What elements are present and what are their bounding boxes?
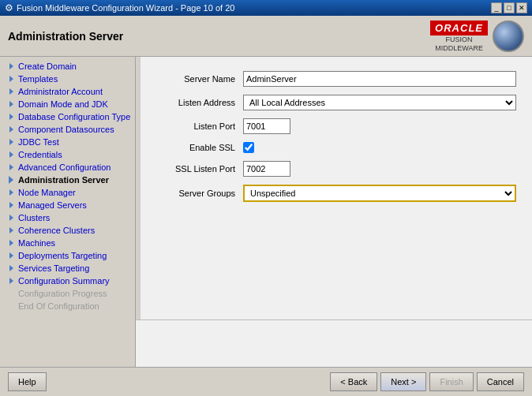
header: Administration Server ORACLE FUSION MIDD… bbox=[0, 16, 532, 57]
page-title: Administration Server bbox=[8, 30, 123, 43]
sidebar-item-end-of-configuration: End Of Configuration bbox=[0, 300, 135, 312]
form-content: Server Name Listen Address All Local Add… bbox=[140, 57, 532, 319]
server-groups-select[interactable]: Unspecified bbox=[243, 185, 516, 202]
title-bar-controls[interactable]: _ □ ✕ bbox=[491, 2, 527, 13]
dot-icon bbox=[6, 301, 16, 311]
title-bar-left: ⚙ Fusion Middleware Configuration Wizard… bbox=[5, 2, 234, 13]
dot-icon bbox=[6, 289, 16, 298]
oracle-logo: ORACLE bbox=[430, 21, 488, 35]
sidebar-item-domain-mode[interactable]: Domain Mode and JDK bbox=[0, 98, 135, 110]
sidebar-item-component-datasources[interactable]: Component Datasources bbox=[0, 123, 135, 136]
button-bar: Help < Back Next > Finish Cancel bbox=[0, 367, 532, 396]
ssl-listen-port-input[interactable] bbox=[243, 161, 290, 177]
globe-icon bbox=[493, 21, 524, 52]
arrow-right-icon bbox=[6, 188, 16, 197]
arrow-right-icon bbox=[6, 200, 16, 210]
window-title: Fusion Middleware Configuration Wizard -… bbox=[17, 3, 234, 13]
app-icon: ⚙ bbox=[5, 2, 13, 13]
arrow-right-icon bbox=[6, 137, 16, 147]
listen-port-row: Listen Port bbox=[156, 118, 516, 134]
sidebar-item-database-config[interactable]: Database Configuration Type bbox=[0, 110, 135, 123]
arrow-right-icon bbox=[6, 263, 16, 273]
sidebar-item-node-manager[interactable]: Node Manager bbox=[0, 186, 135, 199]
enable-ssl-row: Enable SSL bbox=[156, 142, 516, 153]
help-button[interactable]: Help bbox=[8, 372, 47, 391]
server-groups-wrapper: Unspecified bbox=[243, 185, 516, 202]
listen-port-label: Listen Port bbox=[156, 121, 243, 131]
form-bottom-area bbox=[136, 319, 532, 367]
arrow-right-icon bbox=[6, 74, 16, 84]
sidebar-item-advanced-config[interactable]: Advanced Configuration bbox=[0, 161, 135, 174]
sidebar: Create Domain Templates Administrator Ac… bbox=[0, 57, 136, 367]
server-name-input[interactable] bbox=[243, 71, 516, 87]
server-name-row: Server Name bbox=[156, 71, 516, 87]
nav-buttons: < Back Next > Finish Cancel bbox=[330, 372, 524, 391]
form-area: Server Name Listen Address All Local Add… bbox=[136, 57, 532, 367]
listen-port-input[interactable] bbox=[243, 118, 290, 134]
sidebar-item-administrator-account[interactable]: Administrator Account bbox=[0, 85, 135, 98]
arrow-right-icon bbox=[6, 125, 16, 134]
listen-address-label: Listen Address bbox=[156, 98, 243, 107]
oracle-subtitle: FUSION MIDDLEWARE bbox=[430, 35, 488, 53]
content-area: Create Domain Templates Administrator Ac… bbox=[0, 57, 532, 367]
enable-ssl-label: Enable SSL bbox=[156, 143, 243, 152]
arrow-right-icon bbox=[6, 87, 16, 96]
finish-button[interactable]: Finish bbox=[429, 372, 473, 391]
server-groups-row: Server Groups Unspecified bbox=[156, 185, 516, 202]
sidebar-item-configuration-progress: Configuration Progress bbox=[0, 287, 135, 300]
listen-address-row: Listen Address All Local Addresses local… bbox=[156, 95, 516, 110]
arrow-right-icon bbox=[6, 112, 16, 121]
arrow-right-icon bbox=[6, 150, 16, 159]
sidebar-item-jdbc-test[interactable]: JDBC Test bbox=[0, 136, 135, 148]
sidebar-item-templates[interactable]: Templates bbox=[0, 73, 135, 85]
main-window: Administration Server ORACLE FUSION MIDD… bbox=[0, 16, 532, 396]
sidebar-item-services-targeting[interactable]: Services Targeting bbox=[0, 262, 135, 275]
server-name-label: Server Name bbox=[156, 74, 243, 84]
listen-address-select[interactable]: All Local Addresses localhost 127.0.0.1 bbox=[243, 95, 516, 110]
arrow-right-icon bbox=[6, 99, 16, 109]
sidebar-item-configuration-summary[interactable]: Configuration Summary bbox=[0, 275, 135, 287]
maximize-button[interactable]: □ bbox=[504, 2, 515, 13]
sidebar-item-clusters[interactable]: Clusters bbox=[0, 211, 135, 224]
minimize-button[interactable]: _ bbox=[491, 2, 502, 13]
sidebar-item-administration-server[interactable]: Administration Server bbox=[0, 174, 135, 186]
listen-address-wrapper: All Local Addresses localhost 127.0.0.1 bbox=[243, 95, 516, 110]
arrow-right-icon bbox=[6, 226, 16, 235]
arrow-right-icon bbox=[6, 251, 16, 260]
sidebar-item-machines[interactable]: Machines bbox=[0, 237, 135, 249]
ssl-listen-port-row: SSL Listen Port bbox=[156, 161, 516, 177]
arrow-active-icon bbox=[6, 175, 16, 185]
sidebar-item-create-domain[interactable]: Create Domain bbox=[0, 60, 135, 73]
enable-ssl-checkbox[interactable] bbox=[243, 142, 254, 153]
arrow-right-icon bbox=[6, 238, 16, 248]
arrow-right-icon bbox=[6, 276, 16, 286]
close-button[interactable]: ✕ bbox=[516, 2, 527, 13]
sidebar-item-deployments[interactable]: Deployments Targeting bbox=[0, 249, 135, 262]
arrow-right-icon bbox=[6, 163, 16, 172]
cancel-button[interactable]: Cancel bbox=[477, 372, 524, 391]
oracle-logo-area: ORACLE FUSION MIDDLEWARE bbox=[430, 21, 524, 53]
back-button[interactable]: < Back bbox=[330, 372, 377, 391]
title-bar: ⚙ Fusion Middleware Configuration Wizard… bbox=[0, 0, 532, 16]
sidebar-item-managed-servers[interactable]: Managed Servers bbox=[0, 199, 135, 211]
arrow-right-icon bbox=[6, 62, 16, 71]
arrow-right-icon bbox=[6, 213, 16, 222]
sidebar-item-credentials[interactable]: Credentials bbox=[0, 148, 135, 161]
ssl-listen-port-label: SSL Listen Port bbox=[156, 164, 243, 174]
next-button[interactable]: Next > bbox=[380, 372, 426, 391]
server-groups-label: Server Groups bbox=[156, 189, 243, 198]
sidebar-item-coherence-clusters[interactable]: Coherence Clusters bbox=[0, 224, 135, 237]
